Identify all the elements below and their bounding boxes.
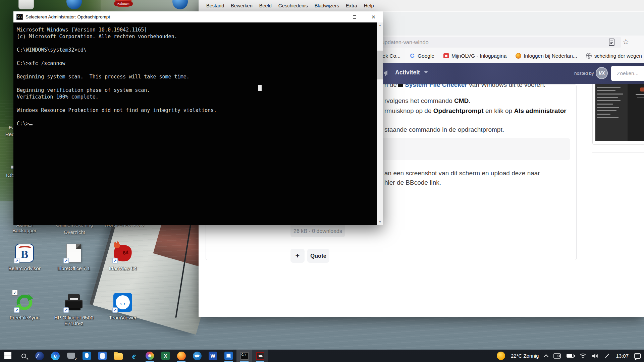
cmd-terminal[interactable]: Microsoft Windows [Version 10.0.19042.11… bbox=[13, 22, 383, 225]
belarc-icon: B ↗ bbox=[15, 243, 34, 263]
menu-extra[interactable]: Extra bbox=[343, 2, 360, 9]
cmd-icon: C:\ bbox=[16, 14, 23, 20]
search-input[interactable] bbox=[611, 66, 644, 81]
desktop-icon-partial-blue-2[interactable] bbox=[172, 0, 188, 9]
taskbar-app-firefox[interactable] bbox=[173, 350, 189, 362]
cmd-titlebar[interactable]: C:\ Selecteren Administrator: Opdrachtpr… bbox=[13, 11, 383, 22]
taskbar-app-pen[interactable] bbox=[32, 350, 47, 362]
plus-react-button[interactable]: + bbox=[290, 249, 305, 263]
vx-logo[interactable]: VX bbox=[596, 67, 608, 79]
file-explorer-icon bbox=[114, 353, 123, 360]
weather-sun-icon[interactable] bbox=[497, 352, 505, 360]
desktop-icon-teamviewer[interactable]: ↔ ↗ TeamViewer bbox=[101, 293, 145, 320]
scroll-up-icon[interactable]: ▲ bbox=[377, 22, 383, 28]
clipboard-icon bbox=[98, 352, 107, 360]
battery-icon[interactable] bbox=[567, 354, 574, 358]
sidebar-divider bbox=[592, 152, 644, 153]
wifi-icon[interactable] bbox=[580, 353, 586, 358]
taskbar-app-game[interactable] bbox=[63, 350, 79, 362]
bookmark-label: MijnOLVG - Inlogpagina bbox=[451, 53, 506, 59]
bookmark-star-icon[interactable]: ☆ bbox=[623, 38, 629, 46]
taskbar-app-word[interactable]: W bbox=[205, 350, 221, 362]
menu-bladwijzers[interactable]: Bladwijzers bbox=[312, 2, 342, 9]
nav-activiteit[interactable]: Activiteit bbox=[395, 69, 420, 76]
shortcut-arrow-icon: ↗ bbox=[112, 307, 118, 313]
taskbar-app-edge[interactable]: e bbox=[47, 350, 63, 362]
tray-chevron-up-icon[interactable] bbox=[544, 354, 548, 359]
desktop-icon-belarc-advisor[interactable]: B ↗ Belarc Advisor bbox=[2, 243, 47, 271]
menu-bestand[interactable]: Bestand bbox=[203, 2, 227, 9]
icon-label: IrfanView 64 bbox=[109, 265, 137, 271]
terminal-line: Beginning verification phase of system s… bbox=[17, 87, 150, 94]
desktop-icon-hp-printer[interactable]: ↗ HP Officejet 6500E710n-z bbox=[52, 293, 96, 326]
internet-explorer-icon: e bbox=[132, 351, 136, 361]
desktop-icon-libreoffice[interactable]: ↗ LibreOffice 7.1 bbox=[52, 243, 96, 271]
post-line-2: rvolgens het commando CMD. bbox=[384, 97, 471, 105]
action-center-icon[interactable] bbox=[634, 353, 641, 359]
taskbar-app-explorer[interactable] bbox=[110, 350, 126, 362]
bookmark-item-google[interactable]: GGoogle bbox=[409, 53, 434, 59]
taskbar-app-paint[interactable] bbox=[142, 350, 158, 362]
bookmark-item-inloggen[interactable]: Inloggen bij Nederlan... bbox=[515, 53, 577, 59]
google-icon: G bbox=[409, 53, 415, 59]
windows-logo-icon bbox=[4, 352, 12, 360]
reader-view-icon[interactable] bbox=[608, 39, 615, 46]
weather-label[interactable]: 22°C Zonnig bbox=[511, 353, 539, 359]
system-tray: 22°C Zonnig 13:07 bbox=[497, 350, 644, 362]
volume-icon[interactable] bbox=[592, 353, 599, 359]
bookmark-label: Inloggen bij Nederlan... bbox=[524, 53, 577, 59]
eye-icon bbox=[256, 352, 264, 360]
cast-display-icon[interactable] bbox=[553, 353, 561, 359]
close-button[interactable]: ✕ bbox=[364, 11, 383, 22]
clock[interactable]: 13:07 bbox=[616, 353, 629, 359]
taskbar-app-clipboard[interactable] bbox=[95, 350, 110, 362]
desktop-icon-rakuten[interactable]: Rakuten bbox=[115, 0, 131, 7]
hosted-by-label: hosted by bbox=[574, 71, 594, 76]
thunderbird-icon bbox=[193, 352, 202, 360]
taskbar-app-irfanview[interactable] bbox=[252, 350, 268, 362]
panel-icon bbox=[224, 352, 233, 360]
minimize-button[interactable] bbox=[326, 11, 345, 22]
windows-ink-pen-icon[interactable] bbox=[604, 353, 610, 359]
taskbar-app-cmd[interactable]: C:\ bbox=[236, 350, 252, 362]
terminal-line: (c) Microsoft Corporation. Alle rechten … bbox=[17, 34, 177, 40]
taskbar-app-excel[interactable]: X bbox=[158, 350, 173, 362]
terminal-line: Windows Resource Protection did not find… bbox=[17, 107, 217, 114]
scrollbar-thumb[interactable] bbox=[377, 51, 383, 79]
mask-icon bbox=[67, 353, 75, 359]
desktop-icon-partial-blue-1[interactable] bbox=[66, 0, 82, 9]
menu-beeld[interactable]: Beeld bbox=[256, 2, 275, 9]
attachment-preview-card[interactable] bbox=[592, 80, 644, 145]
menu-help[interactable]: Help bbox=[361, 2, 377, 9]
maximize-button[interactable] bbox=[345, 11, 364, 22]
edge-icon: e bbox=[51, 352, 60, 360]
app-icon bbox=[172, 0, 188, 9]
desktop-icon-irfanview[interactable]: 64 ↗ IrfanView 64 bbox=[101, 243, 145, 271]
chevron-down-icon bbox=[424, 71, 428, 73]
menu-bewerken[interactable]: Bewerken bbox=[228, 2, 255, 9]
start-button[interactable] bbox=[0, 350, 16, 362]
cmd-scrollbar[interactable]: ▲ ▼ bbox=[377, 22, 383, 225]
scroll-down-icon[interactable]: ▼ bbox=[377, 219, 383, 225]
taskbar-app-ie[interactable]: e bbox=[126, 350, 142, 362]
post-line-4: staande commando in de opdrachtprompt. bbox=[384, 125, 504, 134]
checkbox-overlay[interactable]: ✓ bbox=[12, 290, 18, 296]
taskbar-search-button[interactable] bbox=[16, 350, 32, 362]
bookmark-label: scheiding der wegen bbox=[594, 53, 642, 59]
browser-menubar: Bestand Bewerken Beeld Geschiedenis Blad… bbox=[199, 0, 644, 11]
quote-button[interactable]: Quote bbox=[307, 249, 329, 263]
selection-block-cursor bbox=[258, 85, 262, 91]
bookmark-item-scheiding[interactable]: scheiding der wegen bbox=[586, 53, 642, 59]
libreoffice-icon: ↗ bbox=[64, 243, 84, 263]
menu-geschiedenis[interactable]: Geschiedenis bbox=[275, 2, 311, 9]
desktop-icon-partial-white[interactable] bbox=[18, 0, 34, 9]
taskbar-app-panel[interactable] bbox=[221, 350, 236, 362]
icon-label: HP Officejet 6500E710n-z bbox=[54, 315, 93, 326]
desktop-icon-freefilesync[interactable]: ✓ ↗ FreeFileSync bbox=[2, 293, 47, 320]
terminal-line: C:\WINDOWS\system32>cd\ bbox=[17, 47, 87, 54]
bookmark-item-mijnolvg[interactable]: MijnOLVG - Inlogpagina bbox=[443, 53, 506, 59]
taskbar-app-thunderbird[interactable] bbox=[189, 350, 205, 362]
taskbar-app-people[interactable] bbox=[79, 350, 95, 362]
globe-icon bbox=[586, 53, 592, 59]
terminal-line: Beginning system scan. This process will… bbox=[17, 74, 190, 80]
